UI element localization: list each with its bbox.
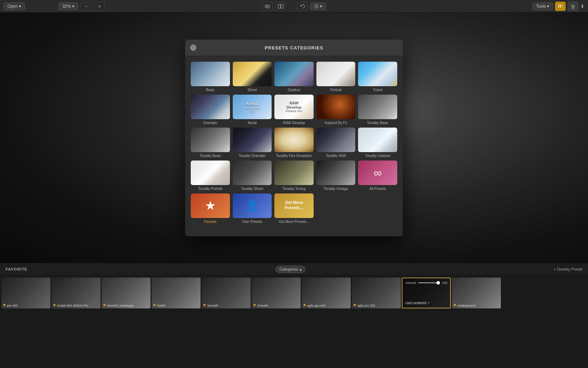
svg-point-15 <box>573 6 574 7</box>
modal-close-button[interactable]: × <box>190 45 196 51</box>
modal-title: PRESETS CATEGORIES <box>265 45 323 50</box>
preset-item-aerial[interactable]: AerialInspired by DJI Aerial <box>233 95 272 125</box>
open-button[interactable]: Open ▾ <box>4 2 25 10</box>
svg-rect-7 <box>562 5 562 6</box>
preset-item-portrait[interactable]: Portrait <box>316 62 356 92</box>
zoom-minus-button[interactable]: − <box>81 2 91 11</box>
preset-label: Tonality Outdoor <box>358 154 397 158</box>
preset-item-travel[interactable]: Travel <box>358 62 397 92</box>
grid-view-button[interactable] <box>555 2 566 11</box>
svg-rect-3 <box>281 4 283 8</box>
film-item-underground[interactable]: ★ underground <box>452 278 501 308</box>
preset-thumbnail <box>191 128 230 152</box>
film-item-agfa-apx[interactable]: ★ agfa apx 400 <box>302 278 351 308</box>
film-item-kodak-bw[interactable]: ★ Kodak BW 400CN Pro <box>51 278 100 308</box>
preset-thumbnail <box>316 161 356 185</box>
categories-button[interactable]: Categories ▴ <box>275 266 305 273</box>
preset-label: Tonality Vintage <box>316 187 356 191</box>
zoom-control[interactable]: 32% ▾ <box>58 2 78 10</box>
film-item-moonlit[interactable]: ★ Moonlit Landscape <box>102 278 150 308</box>
preset-thumbnail <box>191 161 230 185</box>
preset-label: Inspired By FJ <box>316 121 356 125</box>
film-item-noble[interactable]: ★ Noble <box>152 278 201 308</box>
preset-thumbnail <box>233 62 272 86</box>
preset-name-text: cool centered <box>405 301 426 305</box>
history-button[interactable]: ▾ <box>310 2 326 10</box>
overlay-preset-button[interactable]: + Overlay Preset <box>554 267 582 271</box>
preset-item-tonality-hdr[interactable]: Tonality HDR <box>316 128 356 158</box>
history-arrow-icon: ▾ <box>320 4 322 9</box>
toolbar-center: ▾ <box>262 2 326 11</box>
preset-thumbnail <box>316 62 356 86</box>
preset-item-tonality-dramatic[interactable]: Tonality Dramatic <box>233 128 272 158</box>
svg-rect-5 <box>558 5 559 6</box>
preset-label: User Presets <box>233 220 272 224</box>
star-badge: ★ <box>2 302 6 307</box>
amount-slider[interactable] <box>418 282 440 283</box>
preset-item-get-more[interactable]: Get MorePresets... Get More Presets... <box>274 193 314 224</box>
export-button[interactable]: ⬆ <box>580 4 584 9</box>
compare-button[interactable] <box>275 2 286 11</box>
star-badge: ★ <box>353 302 357 307</box>
preset-item-all-presets[interactable]: ∞ All Presets <box>358 161 397 191</box>
film-item-label: per 400 <box>7 304 18 307</box>
overlay-label: + Overlay Preset <box>554 267 582 271</box>
star-badge: ★ <box>303 302 307 307</box>
preset-label: Tonality Film Emulation <box>274 154 314 158</box>
preset-item-inspired-fj[interactable]: Inspired By FJ <box>316 95 356 125</box>
amount-label: Amount <box>405 281 416 285</box>
zoom-plus-button[interactable]: + <box>94 2 105 11</box>
preset-item-tonality-outdoor[interactable]: Tonality Outdoor <box>358 128 397 158</box>
preset-item-basic[interactable]: Basic <box>191 62 230 92</box>
preset-thumbnail <box>274 128 314 152</box>
preset-label: Travel <box>358 88 397 92</box>
infinity-icon: ∞ <box>374 166 382 179</box>
undo-button[interactable] <box>297 2 308 11</box>
preset-item-tonality-basic-2[interactable]: Tonality Basic <box>191 128 230 158</box>
film-item-per400[interactable]: ★ per 400 <box>1 278 50 308</box>
bottom-bar: FAVORITE Categories ▴ + Overlay Preset <box>0 263 588 275</box>
preset-thumbnail <box>233 128 272 152</box>
preset-label: Tonality HDR <box>316 154 356 158</box>
film-item-label: underground <box>457 304 475 307</box>
preset-item-street[interactable]: Street <box>233 62 272 92</box>
eye-button[interactable] <box>262 2 273 11</box>
preset-label: Tonality Portrait <box>191 187 230 191</box>
preset-thumbnail: 👤 <box>233 193 272 218</box>
toolbar-right: Tools ▾ ⬆ <box>532 2 584 11</box>
preset-item-tonality-basic-1[interactable]: Tonality Basic <box>358 95 397 125</box>
tools-arrow-icon: ▾ <box>547 4 549 9</box>
sliders-button[interactable] <box>568 2 578 11</box>
film-item-smooth2[interactable]: ★ Smooth <box>252 278 301 308</box>
preset-label: Street <box>233 88 272 92</box>
film-item-label: agfa apx 400 <box>307 304 326 307</box>
preset-thumbnail <box>316 95 356 119</box>
preset-item-tonality-vintage[interactable]: Tonality Vintage <box>316 161 356 191</box>
preset-item-user-presets[interactable]: 👤 User Presets <box>233 193 272 224</box>
preset-item-outdoor[interactable]: Outdoor <box>274 62 314 92</box>
preset-item-favorite[interactable]: ★ Favorite <box>191 193 230 224</box>
preset-item-tonality-toning[interactable]: Tonality Toning <box>274 161 314 191</box>
film-item-label: Smooth <box>207 304 218 307</box>
preset-item-dramatic[interactable]: Dramatic <box>191 95 230 125</box>
film-item-label: Smooth <box>257 304 268 307</box>
preset-item-raw-develop[interactable]: RAW DevelopPresets Pro RAW Develop <box>274 95 314 125</box>
chevron-down-icon: ▾ <box>428 301 429 305</box>
svg-point-16 <box>572 7 573 8</box>
svg-point-14 <box>572 5 573 6</box>
film-item-cool-centered[interactable]: Amount 100 cool centered ▾ <box>402 278 451 308</box>
preset-item-tonality-portrait[interactable]: Tonality Portrait <box>191 161 230 191</box>
tools-button[interactable]: Tools ▾ <box>532 2 553 10</box>
preset-thumbnail: AerialInspired by DJI <box>233 95 272 119</box>
preset-thumbnail <box>191 62 230 86</box>
categories-label: Categories <box>279 267 298 271</box>
preset-label: All Presets <box>358 187 397 191</box>
preset-item-tonality-street[interactable]: Tonality Street <box>233 161 272 191</box>
svg-rect-6 <box>560 5 561 6</box>
bottom-bar-label: FAVORITE <box>6 267 27 271</box>
preset-item-tonality-film[interactable]: Tonality Film Emulation <box>274 128 314 158</box>
film-item-smooth1[interactable]: ★ Smooth <box>202 278 251 308</box>
preset-thumbnail <box>191 95 230 119</box>
star-badge: ★ <box>153 302 156 307</box>
film-item-agfa-pro[interactable]: ★ agfa pro 100 <box>352 278 401 308</box>
